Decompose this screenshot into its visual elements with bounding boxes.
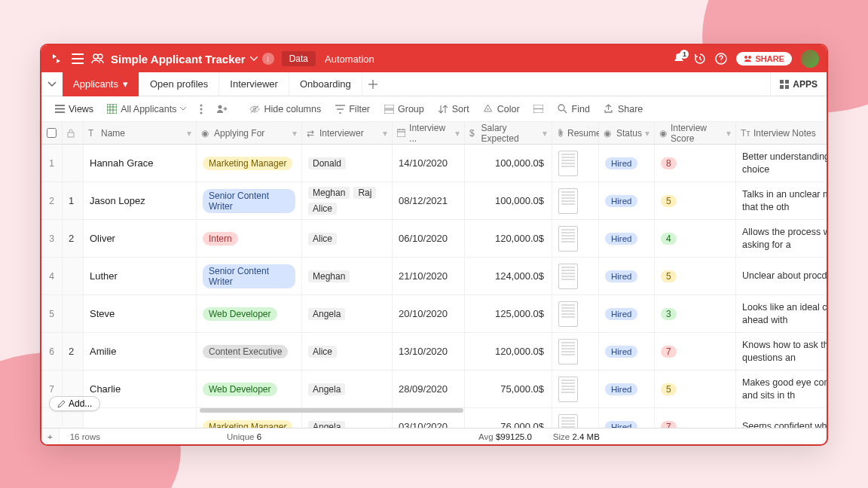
- column-resume[interactable]: Resume▾: [552, 122, 599, 145]
- cell-salary[interactable]: 76,000.0$: [465, 408, 552, 428]
- cell-salary[interactable]: 100,000.0$: [465, 182, 552, 220]
- row-number[interactable]: 1: [41, 145, 63, 182]
- info-icon[interactable]: i: [262, 53, 274, 65]
- data-tab[interactable]: Data: [282, 51, 316, 66]
- cell-name[interactable]: Oliver: [84, 220, 197, 258]
- row-number[interactable]: 6: [41, 333, 63, 371]
- cell-notes[interactable]: Looks like an ideal ca go ahead with: [736, 295, 827, 333]
- cell-applying-for[interactable]: Web Developer: [197, 295, 302, 333]
- resume-thumbnail[interactable]: [558, 301, 578, 327]
- row-number[interactable]: 5: [41, 295, 63, 333]
- cell-resume[interactable]: [552, 371, 599, 408]
- resume-thumbnail[interactable]: [558, 339, 578, 364]
- cell-date[interactable]: 14/10/2020: [393, 145, 465, 182]
- resume-thumbnail[interactable]: [558, 414, 578, 429]
- add-tab-button[interactable]: [362, 80, 384, 89]
- notifications-icon[interactable]: 1: [673, 53, 685, 65]
- cell-score[interactable]: 7: [655, 408, 736, 428]
- column-name[interactable]: TName▾: [84, 122, 197, 145]
- add-record-button[interactable]: Add...: [49, 396, 100, 411]
- views-button[interactable]: Views: [49, 102, 99, 117]
- cell-score[interactable]: 4: [655, 220, 736, 258]
- cell-interviewer[interactable]: Angela: [302, 295, 393, 333]
- row-height-button[interactable]: [528, 102, 549, 117]
- cell-interviewer[interactable]: Meghan: [302, 258, 393, 295]
- cell-notes[interactable]: Unclear about procd: [736, 258, 827, 295]
- cell-name[interactable]: [84, 408, 197, 428]
- select-all-checkbox[interactable]: [41, 122, 63, 145]
- cell-applying-for[interactable]: Intern: [197, 220, 302, 258]
- cell-date[interactable]: 08/12/2021: [393, 182, 465, 220]
- cell-salary[interactable]: 100,000.0$: [465, 145, 552, 182]
- automation-tab[interactable]: Automation: [325, 53, 374, 65]
- row-number[interactable]: 2: [41, 182, 63, 220]
- cell-date[interactable]: 28/09/2020: [393, 371, 465, 408]
- hide-columns-button[interactable]: Hide columns: [244, 102, 326, 117]
- share-button[interactable]: SHARE: [736, 52, 792, 66]
- collaborators-icon[interactable]: [91, 53, 105, 64]
- cell-date[interactable]: 13/10/2020: [393, 333, 465, 371]
- cell-name[interactable]: Amilie: [84, 333, 197, 371]
- cell-interviewer[interactable]: Alice: [302, 333, 393, 371]
- tab-onboarding[interactable]: Onboarding: [289, 72, 362, 96]
- cell-score[interactable]: 8: [655, 145, 736, 182]
- cell-date[interactable]: 20/10/2020: [393, 295, 465, 333]
- tab-interviewer[interactable]: Interviewer: [219, 72, 289, 96]
- chevron-down-icon[interactable]: ▾: [383, 128, 387, 139]
- row-number[interactable]: 3: [41, 220, 63, 258]
- cell-notes[interactable]: Better understanding good choice: [736, 145, 827, 182]
- group-button[interactable]: Group: [378, 102, 429, 117]
- chevron-down-icon[interactable]: ▾: [187, 128, 191, 139]
- cell-status[interactable]: Hired: [599, 408, 655, 428]
- cell-score[interactable]: 5: [655, 258, 736, 295]
- cell-interviewer[interactable]: Angela: [302, 371, 393, 408]
- resume-thumbnail[interactable]: [558, 377, 578, 402]
- view-options-icon[interactable]: [194, 102, 208, 117]
- cell-name[interactable]: Hannah Grace: [84, 145, 197, 182]
- cell-salary[interactable]: 120,000.0$: [465, 333, 552, 371]
- cell-resume[interactable]: [552, 220, 599, 258]
- cell-status[interactable]: Hired: [599, 145, 655, 182]
- find-button[interactable]: Find: [552, 102, 595, 117]
- share-view-button[interactable]: Share: [598, 102, 648, 117]
- cell-applying-for[interactable]: Senior Content Writer: [197, 182, 302, 220]
- cell-salary[interactable]: 124,000.0$: [465, 258, 552, 295]
- cell-interviewer[interactable]: MeghanRajAlice: [302, 182, 393, 220]
- cell-status[interactable]: Hired: [599, 333, 655, 371]
- cell-interviewer[interactable]: Alice: [302, 220, 393, 258]
- history-icon[interactable]: [694, 53, 706, 65]
- column-applying-for[interactable]: ◉Applying For▾: [197, 122, 302, 145]
- cell-name[interactable]: Jason Lopez: [84, 182, 197, 220]
- column-notes[interactable]: TтInterview Notes: [736, 122, 827, 145]
- resume-thumbnail[interactable]: [558, 151, 578, 176]
- tab-open-profiles[interactable]: Open profiles: [139, 72, 219, 96]
- menu-icon[interactable]: [72, 53, 84, 64]
- cell-notes[interactable]: Talks in an unclear manner that the oth: [736, 182, 827, 220]
- chevron-down-icon[interactable]: ▾: [455, 128, 460, 139]
- filter-button[interactable]: Filter: [329, 102, 375, 117]
- cell-score[interactable]: 5: [655, 371, 736, 408]
- base-title[interactable]: Simple Applicant Tracker: [111, 53, 246, 66]
- cell-applying-for[interactable]: Marketing Manager: [197, 145, 302, 182]
- cell-applying-for[interactable]: Senior Content Writer: [197, 258, 302, 295]
- collaborator-add-icon[interactable]: [211, 102, 234, 116]
- cell-resume[interactable]: [552, 145, 599, 182]
- cell-status[interactable]: Hired: [599, 258, 655, 295]
- cell-notes[interactable]: Knows how to ask th relevant questions a…: [736, 333, 827, 371]
- row-number[interactable]: 4: [41, 258, 63, 295]
- horizontal-scrollbar[interactable]: [200, 408, 463, 413]
- title-dropdown-icon[interactable]: [250, 56, 258, 61]
- cell-notes[interactable]: Allows the process without asking for a: [736, 220, 827, 258]
- cell-salary[interactable]: 125,000.0$: [465, 295, 552, 333]
- cell-score[interactable]: 7: [655, 333, 736, 371]
- cell-resume[interactable]: [552, 408, 599, 428]
- cell-salary[interactable]: 120,000.0$: [465, 220, 552, 258]
- cell-score[interactable]: 3: [655, 295, 736, 333]
- cell-score[interactable]: 5: [655, 182, 736, 220]
- tabs-expand-icon[interactable]: [41, 81, 63, 87]
- cell-notes[interactable]: Makes good eye con stands, and sits in t…: [736, 371, 827, 408]
- resume-thumbnail[interactable]: [558, 226, 578, 252]
- chevron-down-icon[interactable]: ▾: [726, 128, 731, 139]
- cell-date[interactable]: 06/10/2020: [393, 220, 465, 258]
- help-icon[interactable]: [715, 53, 727, 65]
